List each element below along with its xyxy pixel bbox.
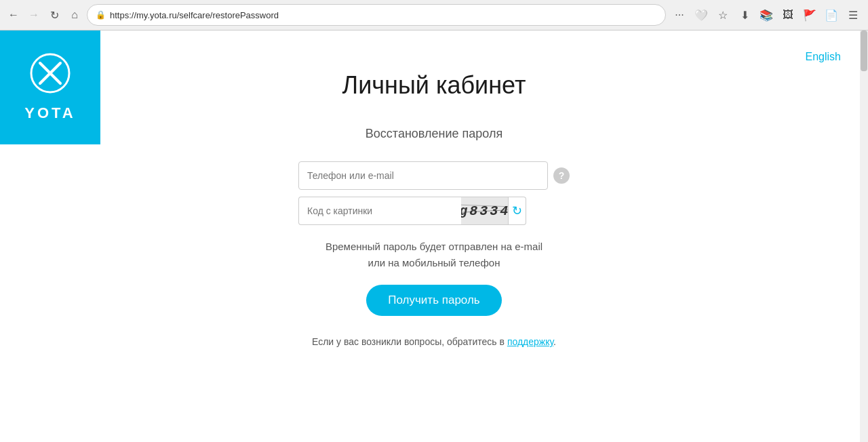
- page-title: Личный кабинет: [342, 71, 526, 100]
- main-area: Личный кабинет Восстановление пароля ? g…: [0, 31, 868, 347]
- home-button[interactable]: ⌂: [66, 7, 83, 23]
- browser-chrome: ← → ↻ ⌂ 🔒 https://my.yota.ru/selfcare/re…: [0, 0, 868, 31]
- submit-button[interactable]: Получить пароль: [366, 285, 502, 316]
- captcha-row: g8334 ↻: [298, 197, 526, 225]
- browser-toolbar: ← → ↻ ⌂ 🔒 https://my.yota.ru/selfcare/re…: [0, 0, 868, 30]
- form-subtitle: Восстановление пароля: [366, 127, 502, 141]
- more-button[interactable]: ···: [670, 5, 689, 24]
- phone-email-input[interactable]: [298, 161, 548, 190]
- support-prefix: Если у вас возникли вопросы, обратитесь …: [312, 336, 507, 347]
- bookmark-heart-button[interactable]: 🤍: [692, 5, 711, 24]
- yota-logo-icon: [30, 53, 71, 94]
- forward-button[interactable]: →: [26, 7, 42, 23]
- lang-english-link[interactable]: English: [806, 51, 841, 62]
- info-line1: Временный пароль будет отправлен на e-ma…: [326, 241, 542, 252]
- captcha-text: g8334: [461, 203, 509, 219]
- support-suffix: .: [553, 336, 556, 347]
- yota-text-label: YOTA: [24, 104, 75, 122]
- captcha-refresh-button[interactable]: ↻: [509, 197, 526, 225]
- captcha-input[interactable]: [298, 197, 461, 225]
- download-button[interactable]: ⬇: [735, 5, 754, 24]
- reload-button[interactable]: ↻: [46, 7, 62, 23]
- flag-button[interactable]: 🚩: [800, 5, 819, 24]
- scrollbar-thumb[interactable]: [861, 31, 867, 71]
- logo-area: YOTA: [0, 31, 100, 144]
- star-button[interactable]: ☆: [713, 5, 732, 24]
- lock-icon: 🔒: [96, 10, 106, 20]
- address-bar[interactable]: 🔒 https://my.yota.ru/selfcare/restorePas…: [87, 4, 666, 26]
- toolbar-actions: ··· 🤍 ☆ ⬇ 📚 🖼 🚩 📄 ☰: [670, 5, 863, 24]
- captcha-image: g8334: [461, 197, 509, 225]
- screenshot-button[interactable]: 🖼: [778, 5, 797, 24]
- info-line2: или на мобильный телефон: [368, 257, 500, 268]
- url-text: https://my.yota.ru/selfcare/restorePassw…: [110, 10, 657, 20]
- help-icon[interactable]: ?: [553, 167, 570, 184]
- yota-symbol: [30, 53, 71, 99]
- menu-button[interactable]: ☰: [844, 5, 863, 24]
- page-content: YOTA English Личный кабинет Восстановлен…: [0, 31, 868, 442]
- scrollbar[interactable]: [860, 31, 868, 442]
- phone-input-row: ?: [298, 161, 570, 190]
- support-link[interactable]: поддержку: [507, 336, 553, 347]
- back-button[interactable]: ←: [5, 7, 22, 23]
- captcha-input-row: g8334 ↻: [298, 197, 570, 225]
- reader-button[interactable]: 📄: [822, 5, 841, 24]
- support-text: Если у вас возникли вопросы, обратитесь …: [312, 336, 556, 347]
- form-container: ? g8334 ↻: [298, 161, 570, 225]
- library-button[interactable]: 📚: [757, 5, 776, 24]
- lang-switcher[interactable]: English: [806, 51, 841, 63]
- info-text: Временный пароль будет отправлен на e-ma…: [326, 239, 542, 271]
